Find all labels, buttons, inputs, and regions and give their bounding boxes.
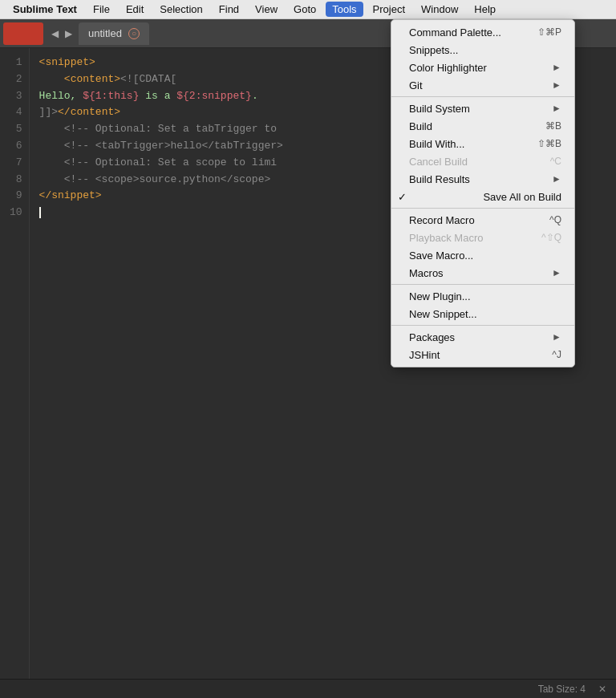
line-number-2: 2 [10,71,22,88]
menu-item-record-macro[interactable]: Record Macro^Q [391,211,574,229]
menubar-item-help[interactable]: Help [468,2,502,17]
tab-title: untitled [88,27,122,39]
menu-item-new-plugin[interactable]: New Plugin... [391,287,574,305]
shortcut-record-macro: ^Q [549,214,561,225]
menu-item-label-save-all-on-build: Save All on Build [483,191,561,203]
menu-item-label-command-palette: Command Palette... [409,26,501,39]
menubar: Sublime Text FileEditSelectionFindViewGo… [0,0,616,19]
line-number-10: 10 [10,205,22,221]
menubar-item-goto[interactable]: Goto [287,2,322,17]
line-number-8: 8 [10,172,22,189]
menu-item-label-save-macro: Save Macro... [409,250,473,262]
menu-item-label-build-with: Build With... [409,138,464,150]
menu-item-build[interactable]: Build⌘B [391,117,574,135]
menu-divider-4 [391,325,574,326]
menu-item-label-record-macro: Record Macro [409,214,475,226]
tools-dropdown-menu: Command Palette...⇧⌘PSnippets...Color Hi… [391,19,575,367]
line-numbers: 12345678910 [0,48,30,679]
submenu-arrow-packages: ► [552,331,561,343]
menu-item-label-macros: Macros [409,267,444,279]
menu-item-command-palette[interactable]: Command Palette...⇧⌘P [391,23,574,41]
editor-tab[interactable]: untitled ○ [79,22,149,45]
menu-item-label-packages: Packages [409,331,455,343]
menu-item-label-new-snippet: New Snippet... [409,308,477,320]
checkmark-icon: ✓ [398,191,409,203]
menubar-item-project[interactable]: Project [367,2,411,17]
menu-divider-3 [391,284,574,285]
menu-item-packages[interactable]: Packages► [391,328,574,346]
tab-size-label: Tab Size: 4 [538,684,586,695]
app-name: Sublime Text [6,2,83,17]
menu-item-label-git: Git [409,79,423,91]
menu-item-build-system[interactable]: Build System► [391,99,574,117]
submenu-arrow-git: ► [552,79,561,91]
tab-arrow-left[interactable]: ◀ [48,28,62,39]
menu-item-label-build-results: Build Results [409,173,470,185]
menubar-item-file[interactable]: File [87,2,116,17]
menubar-item-selection[interactable]: Selection [153,2,209,17]
menu-item-label-cancel-build: Cancel Build [409,156,468,168]
shortcut-cancel-build: ^C [550,156,561,167]
menu-item-label-playback-macro: Playback Macro [409,232,483,244]
menubar-item-view[interactable]: View [249,2,284,17]
tab-close-button[interactable]: ○ [128,28,140,39]
submenu-arrow-macros: ► [552,267,561,278]
tab-arrow-right[interactable]: ▶ [62,28,75,39]
menu-item-label-snippets: Snippets... [409,44,458,56]
menu-item-color-highlighter[interactable]: Color Highlighter► [391,59,574,76]
menu-item-save-macro[interactable]: Save Macro... [391,246,574,264]
sidebar-toggle[interactable] [3,22,43,45]
menu-item-label-build: Build [409,120,432,132]
menu-item-save-all-on-build[interactable]: ✓Save All on Build [391,188,574,205]
menu-item-label-build-system: Build System [409,103,470,115]
menu-item-playback-macro: Playback Macro^⇧Q [391,229,574,246]
shortcut-playback-macro: ^⇧Q [541,232,561,243]
menu-item-new-snippet[interactable]: New Snippet... [391,305,574,323]
menubar-item-find[interactable]: Find [213,2,245,17]
shortcut-command-palette: ⇧⌘P [537,26,561,38]
statusbar: Tab Size: 4 ✕ [0,679,616,698]
menu-item-label-jshint: JSHint [409,349,440,361]
menu-item-build-with[interactable]: Build With...⇧⌘B [391,135,574,152]
submenu-arrow-build-results: ► [552,173,561,185]
line-number-1: 1 [10,55,22,71]
line-number-5: 5 [10,121,22,138]
menu-item-git[interactable]: Git► [391,76,574,94]
line-number-9: 9 [10,188,22,205]
menu-item-cancel-build: Cancel Build^C [391,152,574,170]
menubar-item-tools[interactable]: Tools [326,2,363,17]
shortcut-build-with: ⇧⌘B [537,138,561,149]
line-number-6: 6 [10,138,22,155]
shortcut-build: ⌘B [545,120,561,132]
line-number-7: 7 [10,155,22,172]
menu-item-build-results[interactable]: Build Results► [391,170,574,188]
submenu-arrow-build-system: ► [552,103,561,114]
menu-item-label-new-plugin: New Plugin... [409,290,471,302]
line-number-4: 4 [10,104,22,121]
menubar-item-window[interactable]: Window [415,2,464,17]
submenu-arrow-color-highlighter: ► [552,62,561,73]
menubar-item-edit[interactable]: Edit [120,2,150,17]
shortcut-jshint: ^J [552,349,561,360]
menu-item-macros[interactable]: Macros► [391,264,574,282]
menu-item-jshint[interactable]: JSHint^J [391,346,574,363]
close-statusbar-icon[interactable]: ✕ [598,684,606,695]
line-number-3: 3 [10,88,22,105]
menu-divider-1 [391,96,574,97]
menu-item-snippets[interactable]: Snippets... [391,41,574,59]
menu-divider-2 [391,208,574,209]
menu-item-label-color-highlighter: Color Highlighter [409,62,487,74]
